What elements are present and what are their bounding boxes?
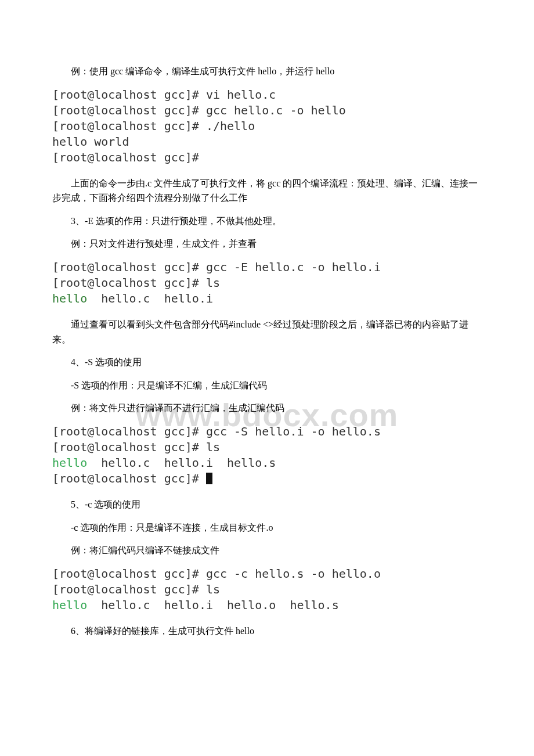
code-line: hello world [52, 135, 129, 149]
code-line: hello.c hello.i hello.o hello.s [87, 598, 338, 612]
paragraph-example-gcc: 例：使用 gcc 编译命令，编译生成可执行文件 hello，并运行 hello [52, 64, 482, 79]
paragraph-e-example: 例：只对文件进行预处理，生成文件，并查看 [52, 236, 482, 251]
paragraph-explain-1: 上面的命令一步由.c 文件生成了可执行文件，将 gcc 的四个编译流程：预处理、… [52, 176, 482, 206]
code-line: [root@localhost gcc]# gcc -S hello.i -o … [52, 424, 381, 438]
code-line: [root@localhost gcc]# gcc hello.c -o hel… [52, 103, 346, 117]
paragraph-c-example: 例：将汇编代码只编译不链接成文件 [52, 543, 482, 558]
paragraph-link-library: 6、将编译好的链接库，生成可执行文件 hello [52, 624, 482, 639]
paragraph-s-option-desc: -S 选项的作用：只是编译不汇编，生成汇编代码 [52, 378, 482, 393]
paragraph-e-option: 3、-E 选项的作用：只进行预处理，不做其他处理。 [52, 214, 482, 229]
code-line: [root@localhost gcc]# ls [52, 582, 220, 596]
paragraph-explain-2: 通过查看可以看到头文件包含部分代码#include <>经过预处理阶段之后，编译… [52, 317, 482, 347]
terminal-cursor-icon [206, 473, 212, 484]
code-line: [root@localhost gcc]# vi hello.c [52, 88, 276, 102]
code-line: [root@localhost gcc]# gcc -E hello.c -o … [52, 260, 381, 274]
code-block-2: [root@localhost gcc]# gcc -E hello.c -o … [52, 260, 482, 307]
code-exec-hello: hello [52, 291, 87, 305]
code-line: [root@localhost gcc]# gcc -c hello.s -o … [52, 567, 381, 581]
code-line: hello.c hello.i hello.s [87, 456, 276, 470]
code-block-4: [root@localhost gcc]# gcc -c hello.s -o … [52, 566, 482, 613]
document-content: 例：使用 gcc 编译命令，编译生成可执行文件 hello，并运行 hello … [52, 64, 482, 638]
code-line: hello.c hello.i [87, 291, 213, 305]
code-exec-hello: hello [52, 598, 87, 612]
code-line: [root@localhost gcc]# ls [52, 276, 220, 290]
code-line: [root@localhost gcc]# ls [52, 440, 220, 454]
paragraph-s-option-title: 4、-S 选项的使用 [52, 355, 482, 370]
code-line: [root@localhost gcc]# ./hello [52, 119, 255, 133]
paragraph-c-option-title: 5、-c 选项的使用 [52, 497, 482, 512]
code-line: [root@localhost gcc]# [52, 471, 206, 485]
code-line: [root@localhost gcc]# [52, 150, 199, 164]
code-block-1: [root@localhost gcc]# vi hello.c [root@l… [52, 87, 482, 165]
paragraph-c-option-desc: -c 选项的作用：只是编译不连接，生成目标文件.o [52, 520, 482, 535]
code-exec-hello: hello [52, 456, 87, 470]
code-block-3: [root@localhost gcc]# gcc -S hello.i -o … [52, 424, 482, 487]
paragraph-s-example: 例：将文件只进行编译而不进行汇编，生成汇编代码 [52, 401, 482, 416]
